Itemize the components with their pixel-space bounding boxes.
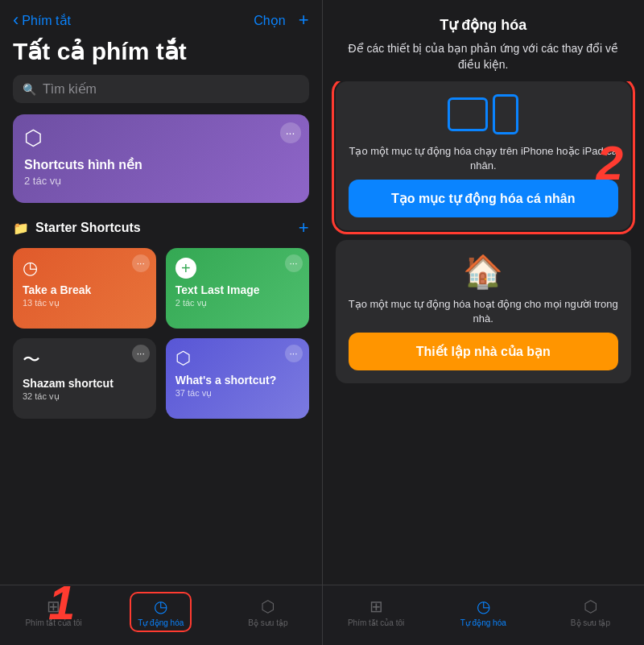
scroll-area: ··· ⬡ Shortcuts hình nền 2 tác vụ 📁 Star…: [0, 114, 322, 585]
tab-automation-right[interactable]: ◷ Tự động hóa: [430, 597, 537, 627]
home-automation-card[interactable]: 🏠 Tạo một mục tự động hóa hoạt động cho …: [336, 240, 632, 383]
search-bar[interactable]: 🔍 Tìm kiếm: [13, 75, 309, 103]
take-a-break-menu[interactable]: ···: [132, 254, 150, 272]
text-last-image-menu[interactable]: ···: [285, 254, 303, 272]
right-panel: Tự động hóa Để các thiết bị của bạn phản…: [323, 0, 645, 645]
whats-shortcut-card[interactable]: ··· ⬡ What's a shortcut? 37 tác vụ: [166, 338, 309, 419]
shortcuts-card-subtitle: 2 tác vụ: [24, 175, 298, 187]
text-last-image-card[interactable]: ··· + Text Last Image 2 tác vụ: [166, 248, 309, 329]
ipad-icon: [448, 97, 488, 131]
whats-shortcut-icon: ⬡: [175, 348, 299, 369]
chevron-left-icon: [13, 10, 19, 31]
left-tab-bar: 1 ⊞ Phím tắt của tôi ◷ Tự động hóa ⬡ Bộ …: [0, 585, 322, 645]
shazam-subtitle: 32 tác vụ: [23, 391, 147, 402]
right-tab-bar: ⊞ Phím tắt của tôi ◷ Tự động hóa ⬡ Bộ sư…: [323, 585, 645, 645]
automation-icon-left: ◷: [154, 597, 167, 616]
tab-gallery-left[interactable]: ⬡ Bộ sưu tập: [214, 597, 321, 627]
shazam-menu[interactable]: ···: [132, 345, 150, 362]
take-a-break-card[interactable]: ··· ◷ Take a Break 13 tác vụ: [13, 248, 156, 329]
iphone-icon: [493, 94, 518, 134]
section-title: Starter Shortcuts: [35, 221, 141, 235]
gallery-label-right: Bộ sưu tập: [571, 618, 610, 627]
whats-shortcut-menu[interactable]: ···: [285, 345, 303, 362]
gallery-icon-left: ⬡: [261, 597, 275, 616]
take-a-break-subtitle: 13 tác vụ: [23, 298, 147, 308]
personal-automation-card[interactable]: Tạo một mục tự động hóa chạy trên iPhone…: [336, 81, 632, 230]
right-description: Để các thiết bị của bạn phản ứng với các…: [339, 40, 629, 73]
section-add-button[interactable]: +: [299, 217, 309, 238]
back-label: Phím tắt: [22, 13, 71, 28]
chon-button[interactable]: Chọn: [254, 13, 285, 28]
shortcuts-card-icon: ⬡: [24, 126, 298, 151]
back-button[interactable]: Phím tắt: [13, 10, 71, 31]
personal-automation-button[interactable]: Tạo mục tự động hóa cá nhân: [349, 180, 619, 217]
number-1-label: 1: [48, 575, 75, 631]
text-last-image-icon: +: [175, 258, 196, 279]
automation-label-left: Tự động hóa: [138, 618, 184, 627]
my-shortcuts-label-right: Phím tắt của tôi: [348, 618, 404, 627]
shortcuts-card[interactable]: ··· ⬡ Shortcuts hình nền 2 tác vụ: [13, 114, 309, 203]
shortcuts-grid: ··· ◷ Take a Break 13 tác vụ ··· + Text …: [13, 248, 309, 419]
device-icons: [448, 94, 518, 134]
tab-my-shortcuts-right[interactable]: ⊞ Phím tắt của tôi: [323, 597, 430, 627]
section-title-wrap: 📁 Starter Shortcuts: [13, 221, 141, 236]
whats-shortcut-subtitle: 37 tác vụ: [175, 388, 299, 399]
gallery-label-left: Bộ sưu tập: [248, 618, 287, 627]
page-title: Tất cả phím tắt: [0, 31, 322, 75]
shazam-card[interactable]: ··· 〜 Shazam shortcut 32 tác vụ: [13, 338, 156, 419]
section-header: 📁 Starter Shortcuts +: [13, 217, 309, 238]
home-setup-button[interactable]: Thiết lập nhà của bạn: [349, 333, 619, 370]
gallery-icon-right: ⬡: [584, 597, 597, 616]
take-a-break-title: Take a Break: [23, 283, 147, 296]
take-a-break-icon: ◷: [23, 258, 147, 279]
tab-automation-left[interactable]: ◷ Tự động hóa: [107, 592, 214, 632]
shazam-title: Shazam shortcut: [23, 377, 147, 390]
number-2-label: 2: [597, 135, 623, 191]
right-header: Tự động hóa Để các thiết bị của bạn phản…: [323, 0, 645, 81]
left-panel: Phím tắt Chọn + Tất cả phím tắt 🔍 Tìm ki…: [0, 0, 322, 645]
header-actions: Chọn +: [254, 11, 308, 29]
add-button[interactable]: +: [299, 11, 309, 29]
tab-gallery-right[interactable]: ⬡ Bộ sưu tập: [537, 597, 644, 627]
left-header: Phím tắt Chọn +: [0, 0, 322, 31]
home-icon: 🏠: [463, 253, 503, 291]
home-automation-text: Tạo một mục tự động hóa hoạt động cho mọ…: [349, 297, 619, 326]
shortcuts-card-menu[interactable]: ···: [280, 122, 301, 143]
folder-icon: 📁: [13, 221, 29, 236]
personal-automation-text: Tạo một mục tự động hóa chạy trên iPhone…: [349, 144, 619, 173]
automation-icon-right: ◷: [477, 597, 490, 616]
shortcuts-card-title: Shortcuts hình nền: [24, 157, 298, 172]
whats-shortcut-title: What's a shortcut?: [175, 374, 299, 387]
search-icon: 🔍: [23, 83, 36, 96]
text-last-image-subtitle: 2 tác vụ: [175, 298, 299, 308]
right-title: Tự động hóa: [339, 16, 629, 34]
text-last-image-title: Text Last Image: [175, 283, 299, 296]
automation-tab-highlight: ◷ Tự động hóa: [130, 592, 192, 632]
shazam-icon: 〜: [23, 348, 147, 372]
my-shortcuts-icon-right: ⊞: [369, 597, 383, 616]
search-input-placeholder: Tìm kiếm: [43, 81, 97, 97]
automation-label-right: Tự động hóa: [460, 618, 506, 627]
